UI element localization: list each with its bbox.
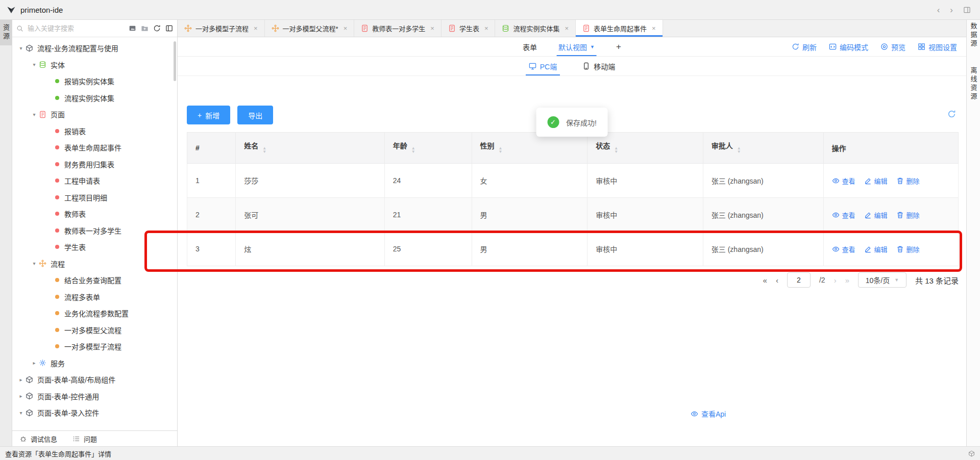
header-action[interactable]: 刷新 xyxy=(792,42,817,52)
expand-arrow-icon[interactable]: ▸ xyxy=(16,377,26,382)
editor-tab[interactable]: 学生表× xyxy=(442,20,496,37)
tree-item[interactable]: ▾流程-业务流程配置与使用 xyxy=(12,40,177,57)
chevron-right-icon[interactable]: › xyxy=(950,6,953,14)
device-tab[interactable]: 移动端 xyxy=(582,57,615,75)
refresh-icon[interactable] xyxy=(153,24,161,32)
sync-icon[interactable] xyxy=(947,110,956,118)
editor-tab[interactable]: 一对多模型子流程× xyxy=(178,20,265,37)
tree-item[interactable]: ▾页面-表单-录入控件 xyxy=(12,404,177,421)
row-action-trash[interactable]: 删除 xyxy=(896,210,920,220)
row-action-trash[interactable]: 删除 xyxy=(896,176,920,186)
tree-item[interactable]: 工程项目明细 xyxy=(12,189,177,206)
bottom-bar-item[interactable]: 问题 xyxy=(72,434,97,444)
row-action-pencil[interactable]: 编辑 xyxy=(864,244,888,254)
tree-item[interactable]: 流程多表单 xyxy=(12,289,177,305)
column-header[interactable]: 性别▲▼ xyxy=(472,133,587,164)
row-action-eye[interactable]: 查看 xyxy=(832,210,855,220)
chevron-left-icon[interactable]: ‹ xyxy=(937,6,940,14)
form-label[interactable]: 表单 xyxy=(523,42,537,52)
sort-arrows-icon[interactable]: ▲▼ xyxy=(614,148,618,156)
expand-arrow-icon[interactable]: ▸ xyxy=(30,360,39,366)
page-input[interactable]: 2 xyxy=(787,272,811,288)
close-icon[interactable]: × xyxy=(484,24,488,32)
row-action-pencil[interactable]: 编辑 xyxy=(864,176,888,186)
view-selector[interactable]: 默认视图 ▼ xyxy=(558,37,595,56)
column-header[interactable]: 姓名▲▼ xyxy=(236,133,385,164)
last-page-button[interactable]: » xyxy=(845,276,849,285)
page-size-select[interactable]: 10条/页 ▼ xyxy=(858,272,906,288)
close-icon[interactable]: × xyxy=(565,24,569,32)
tree-item[interactable]: ▸服务 xyxy=(12,355,177,372)
tree-item[interactable]: 教师表 xyxy=(12,206,177,222)
sort-arrows-icon[interactable]: ▲▼ xyxy=(262,148,266,156)
editor-tab[interactable]: 一对多模型父流程*× xyxy=(265,20,355,37)
editor-tab[interactable]: 流程实例实体集× xyxy=(495,20,576,37)
new-folder-icon[interactable] xyxy=(141,24,149,32)
tree-item[interactable]: 学生表 xyxy=(12,239,177,255)
column-header[interactable]: 年龄▲▼ xyxy=(384,133,472,164)
row-action-eye[interactable]: 查看 xyxy=(832,244,855,254)
column-header[interactable]: 审批人▲▼ xyxy=(703,133,823,164)
header-action[interactable]: 编码模式 xyxy=(829,42,868,52)
collapse-arrow-icon[interactable]: ▾ xyxy=(16,410,26,416)
editor-tab[interactable]: 表单生命周起事件× xyxy=(576,20,663,37)
tree-item[interactable]: ▸页面-表单-控件通用 xyxy=(12,388,177,405)
bottom-bar-item-label: 调试信息 xyxy=(31,434,57,444)
close-icon[interactable]: × xyxy=(652,24,656,32)
tree-item[interactable]: ▾流程 xyxy=(12,255,177,272)
tree-item[interactable]: ▾页面 xyxy=(12,106,177,123)
collapse-arrow-icon[interactable]: ▾ xyxy=(16,45,26,51)
collapse-icon[interactable] xyxy=(165,24,173,32)
tree-item[interactable]: 流程实例实体集 xyxy=(12,90,177,107)
row-action-pencil[interactable]: 编辑 xyxy=(864,210,888,220)
tree-item[interactable]: 表单生命周起事件 xyxy=(12,139,177,156)
tree-item[interactable]: 工程申请表 xyxy=(12,172,177,189)
add-view-button[interactable]: + xyxy=(616,42,621,52)
collapse-arrow-icon[interactable]: ▾ xyxy=(30,112,39,117)
tree-item[interactable]: 财务费用归集表 xyxy=(12,156,177,173)
sort-arrows-icon[interactable]: ▲▼ xyxy=(411,148,415,156)
sort-arrows-icon[interactable]: ▲▼ xyxy=(737,148,741,156)
bottom-bar-item[interactable]: 调试信息 xyxy=(19,434,57,444)
cube-icon[interactable] xyxy=(968,450,975,457)
device-tab[interactable]: PC端 xyxy=(529,57,557,75)
tree-item[interactable]: 报销实例实体集 xyxy=(12,73,177,90)
prev-page-button[interactable]: ‹ xyxy=(776,276,778,285)
header-action[interactable]: 视图设置 xyxy=(918,42,957,52)
tree-item[interactable]: ▸页面-表单-高级/布局组件 xyxy=(12,371,177,388)
collapse-arrow-icon[interactable]: ▾ xyxy=(30,261,39,266)
tree-item[interactable]: ▾实体 xyxy=(12,57,177,73)
sort-arrows-icon[interactable]: ▲▼ xyxy=(499,148,503,156)
tree-item[interactable]: 教师表一对多学生 xyxy=(12,222,177,239)
tree-item[interactable]: 报销表 xyxy=(12,123,177,140)
search-input[interactable] xyxy=(27,24,126,33)
first-page-button[interactable]: « xyxy=(763,276,767,285)
collapse-arrow-icon[interactable]: ▾ xyxy=(30,62,39,67)
export-button[interactable]: 导出 xyxy=(237,106,273,124)
cell-gender: 男 xyxy=(472,198,587,232)
sidebar-scrollbar[interactable] xyxy=(174,41,176,81)
close-icon[interactable]: × xyxy=(430,24,434,32)
tree-item[interactable]: 一对多模型父流程 xyxy=(12,322,177,339)
next-page-button[interactable]: › xyxy=(834,276,837,285)
add-button[interactable]: + 新增 xyxy=(187,106,230,124)
toast-save-success: ✓ 保存成功! xyxy=(536,108,608,137)
layout-icon[interactable] xyxy=(963,6,971,14)
tree-item[interactable]: 业务化流程参数配置 xyxy=(12,305,177,322)
expand-arrow-icon[interactable]: ▸ xyxy=(16,393,26,399)
close-icon[interactable]: × xyxy=(254,24,258,32)
view-api-link[interactable]: 查看Api xyxy=(691,408,726,419)
row-action-eye[interactable]: 查看 xyxy=(832,176,855,186)
tree-item[interactable]: 结合业务查询配置 xyxy=(12,272,177,289)
column-header[interactable]: 状态▲▼ xyxy=(587,133,703,164)
close-icon[interactable]: × xyxy=(344,24,348,32)
preview-icon xyxy=(880,43,888,50)
row-action-trash[interactable]: 删除 xyxy=(896,244,920,254)
right-rail-tab[interactable]: 离线资源 xyxy=(969,67,978,101)
right-rail-tab[interactable]: 数据源 xyxy=(969,22,978,48)
import-icon[interactable] xyxy=(129,24,136,32)
tree-item[interactable]: 一对多模型子流程 xyxy=(12,338,177,355)
rail-tab-resources[interactable]: 资源 xyxy=(0,20,12,45)
header-action[interactable]: 预览 xyxy=(880,42,905,52)
editor-tab[interactable]: 教师表一对多学生× xyxy=(354,20,442,37)
